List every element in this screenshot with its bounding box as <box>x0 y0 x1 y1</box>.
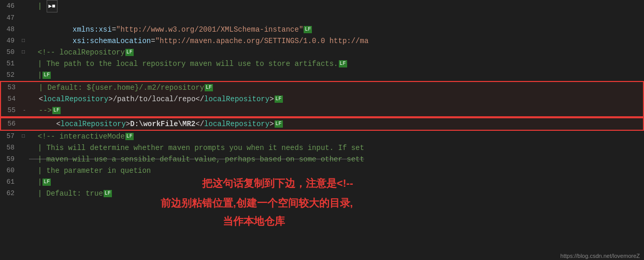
code-token: --> <box>30 106 52 115</box>
code-line: 48 xmlns:xsi="http://www.w3.org/2001/XML… <box>0 24 644 35</box>
code-editor: 46 | ▶■4748 xmlns:xsi="http://www.w3.org… <box>0 0 644 260</box>
line-number: 50 <box>0 47 20 58</box>
code-token: = <box>112 25 116 34</box>
code-token: > <box>269 95 274 103</box>
lf-badge: LF <box>42 179 51 186</box>
line-number: 47 <box>0 12 20 24</box>
code-token: | Default: true <box>29 189 103 198</box>
code-token: = <box>151 37 155 45</box>
code-line: 46 | ▶■ <box>0 0 644 12</box>
code-token: | the parameter in que <box>29 167 134 175</box>
code-token: </ <box>195 95 204 103</box>
lf-badge: LF <box>275 120 283 128</box>
code-line: 56 <localRepository>D:\workFile\MR2</loc… <box>0 117 644 131</box>
code-line: 60 | the parameter in quetion <box>0 165 644 176</box>
line-text: | Default: ${user.home}/.m2/repositoryLF <box>28 82 643 93</box>
line-text: | Default: trueLF <box>27 188 644 199</box>
code-token: "http://www.w3.org/2001/XMLSchema-instan… <box>116 25 303 34</box>
line-text: |LF <box>27 176 644 188</box>
lf-badge: LF <box>125 133 134 140</box>
code-token: </ <box>195 120 204 128</box>
line-text: <localRepository>D:\workFile\MR2</localR… <box>28 118 643 130</box>
code-token: tion <box>134 167 151 175</box>
lf-badge: LF <box>339 60 347 67</box>
code-line: 62 | Default: trueLF <box>0 188 644 199</box>
code-token: > <box>108 95 112 103</box>
code-token: <!-- localRepository <box>29 48 125 57</box>
code-token: > <box>126 120 130 128</box>
code-token: | Default: ${user.home}/.m2/repository <box>30 84 204 92</box>
code-token: localRepository <box>61 120 126 128</box>
line-text: <!-- interactiveModeLF <box>27 131 644 142</box>
lf-badge: LF <box>304 26 312 33</box>
line-number: 62 <box>0 188 20 199</box>
code-token: | This will determine whether maven prom… <box>29 144 364 152</box>
lf-badge: LF <box>52 107 61 114</box>
code-token: /path/to/local/repo <box>113 95 196 103</box>
annotation-3: 当作本地仓库 <box>223 214 285 228</box>
code-token: "http://maven.apache.org/SETTINGS/1.0.0 … <box>155 37 369 45</box>
line-number: 52 <box>0 70 20 81</box>
code-line: 47 <box>0 12 644 24</box>
code-line: 50□ <!-- localRepositoryLF <box>0 47 644 58</box>
code-line: 54 <localRepository>/path/to/local/repo<… <box>0 93 644 105</box>
line-number: 60 <box>0 165 20 176</box>
code-token: localRepository <box>204 95 269 103</box>
code-line: 55- -->LF <box>0 105 644 117</box>
code-token: | maven will use a sensible default valu… <box>29 155 364 163</box>
code-token: | <box>29 71 42 79</box>
code-token: xmlns:xsi <box>73 25 112 34</box>
code-line: 51 | The path to the local repository ma… <box>0 58 644 70</box>
code-line: 59 | maven will use a sensible default v… <box>0 154 644 165</box>
fold-icon[interactable]: - <box>21 105 28 116</box>
code-line: 57□ <!-- interactiveModeLF <box>0 131 644 142</box>
code-token: < <box>30 120 61 128</box>
line-number: 59 <box>0 154 20 165</box>
line-number: 57 <box>0 131 20 142</box>
code-token: <!-- interactiveMode <box>29 132 125 141</box>
lf-badge: LF <box>42 72 51 79</box>
line-text: xsi:schemaLocation="http://maven.apache.… <box>27 35 644 47</box>
code-token: D:\workFile\MR2 <box>130 120 195 128</box>
fold-icon[interactable]: □ <box>20 131 27 142</box>
code-line: 53 | Default: ${user.home}/.m2/repositor… <box>0 81 644 93</box>
line-number: 48 <box>0 24 20 35</box>
line-number: 46 <box>0 1 20 12</box>
lf-badge: LF <box>205 84 213 91</box>
lf-badge: LF <box>104 190 112 197</box>
line-text: -->LF <box>28 105 643 116</box>
line-number: 56 <box>1 118 21 130</box>
code-token: localRepository <box>204 120 269 128</box>
line-number: 61 <box>0 176 20 188</box>
code-line: 61 |LF <box>0 176 644 188</box>
watermark: https://blog.csdn.net/lovemoreZ <box>561 253 640 259</box>
code-token <box>29 37 73 45</box>
line-text: | the parameter in quetion <box>27 165 644 176</box>
line-text: xmlns:xsi="http://www.w3.org/2001/XMLSch… <box>27 24 644 35</box>
code-token: > <box>269 120 274 128</box>
line-text: <!-- localRepositoryLF <box>27 47 644 58</box>
line-text: <localRepository>/path/to/local/repo</lo… <box>28 93 643 105</box>
fold-icon[interactable]: □ <box>20 47 27 58</box>
code-token: | <box>29 178 42 186</box>
code-token <box>29 25 73 34</box>
code-token: < <box>30 95 43 103</box>
line-text: | The path to the local repository maven… <box>27 58 644 70</box>
fold-icon[interactable]: □ <box>20 35 27 47</box>
line-number: 49 <box>0 35 20 47</box>
line-text: | ▶■ <box>27 0 644 12</box>
code-line: 58 | This will determine whether maven p… <box>0 142 644 154</box>
line-number: 53 <box>1 82 21 93</box>
code-line: 52 |LF <box>0 70 644 81</box>
code-token: localRepository <box>43 95 108 103</box>
line-text: | maven will use a sensible default valu… <box>27 154 644 165</box>
lf-badge: LF <box>125 49 134 56</box>
line-number: 58 <box>0 142 20 154</box>
line-number: 54 <box>1 93 21 105</box>
line-text: | This will determine whether maven prom… <box>27 142 644 154</box>
code-token: | The path to the local repository maven… <box>29 60 338 68</box>
code-token: xsi:schemaLocation <box>73 37 151 45</box>
lf-badge: LF <box>275 95 283 103</box>
line-text: |LF <box>27 70 644 81</box>
line-number: 55 <box>1 105 21 116</box>
